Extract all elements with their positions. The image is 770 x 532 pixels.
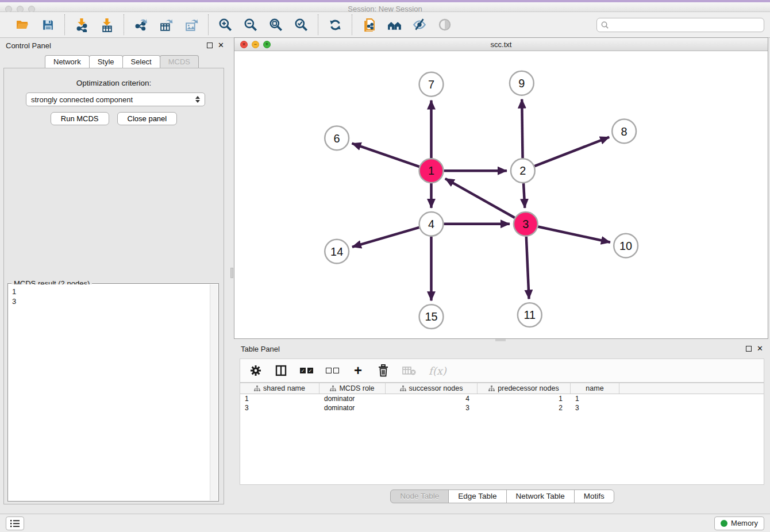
table-panel-title: Table Panel (241, 345, 280, 353)
graph-edge-3-1[interactable] (445, 179, 515, 218)
graph-node-4[interactable]: 4 (419, 212, 444, 236)
select-all-columns-icon[interactable]: ✓✓ (300, 363, 313, 378)
graph-node-2[interactable]: 2 (511, 159, 535, 183)
graph-edge-1-6[interactable] (352, 144, 419, 167)
show-column-panel-icon[interactable] (275, 363, 287, 378)
graph-node-3[interactable]: 3 (514, 212, 538, 236)
graph-edge-4-14[interactable] (352, 228, 419, 247)
open-session-icon[interactable] (13, 15, 32, 34)
mcds-result-text[interactable]: 1 3 (9, 284, 210, 500)
import-network-icon[interactable] (72, 15, 91, 34)
graph-node-1[interactable]: 1 (419, 159, 444, 183)
hide-selected-icon[interactable] (410, 15, 429, 34)
close-panel-icon[interactable]: ✕ (218, 43, 224, 48)
graph-node-14[interactable]: 14 (325, 240, 349, 264)
delete-columns-icon[interactable] (377, 363, 390, 378)
export-network-icon[interactable] (131, 15, 151, 34)
tab-mcds[interactable]: MCDS (160, 55, 199, 68)
import-table-icon[interactable] (97, 15, 117, 34)
svg-text:8: 8 (621, 125, 627, 138)
table-panel-tabs: Node Table Edge Table Network Table Moti… (234, 489, 770, 503)
close-table-panel-icon[interactable]: ✕ (757, 346, 763, 352)
list-icon (10, 519, 20, 528)
column-header-mcds-role[interactable]: MCDS role (319, 383, 386, 394)
zoom-out-icon[interactable] (241, 15, 260, 34)
svg-text:6: 6 (334, 132, 340, 145)
status-list-button[interactable] (6, 516, 24, 530)
network-window-title: scc.txt (234, 40, 768, 49)
svg-text:9: 9 (518, 77, 525, 90)
network-graph: 7968124314101511 (234, 51, 768, 338)
create-column-icon[interactable]: + (352, 363, 364, 378)
dropdown-selected-value: strongly connected component (31, 95, 133, 104)
float-table-panel-icon[interactable] (746, 346, 752, 352)
export-table-icon[interactable] (156, 15, 176, 34)
attribute-tree-icon (330, 385, 336, 392)
optimization-criterion-label: Optimization criterion: (4, 79, 224, 87)
close-panel-button[interactable]: Close panel (117, 112, 178, 125)
mcds-panel-body: Optimization criterion: strongly connect… (3, 68, 224, 504)
memory-button[interactable]: Memory (714, 516, 764, 530)
graph-node-8[interactable]: 8 (612, 119, 636, 144)
zoom-fit-icon[interactable] (266, 15, 286, 34)
float-panel-icon[interactable] (207, 43, 213, 48)
function-builder-icon-disabled: f(x) (429, 363, 446, 378)
graph-edge-3-11[interactable] (526, 237, 529, 299)
graph-edge-2-9[interactable] (522, 99, 522, 159)
svg-text:10: 10 (619, 240, 632, 252)
search-input[interactable] (609, 19, 760, 30)
svg-text:15: 15 (425, 310, 437, 323)
tab-style[interactable]: Style (89, 55, 123, 68)
table-row[interactable]: 3 dominator 3 2 3 (240, 403, 764, 413)
vertical-splitter[interactable] (230, 38, 234, 514)
svg-text:4: 4 (428, 218, 434, 230)
save-session-icon[interactable] (38, 15, 57, 34)
result-scrollbar[interactable] (210, 284, 218, 500)
tab-select[interactable]: Select (122, 55, 160, 68)
table-row[interactable]: 1 dominator 4 1 1 (240, 394, 764, 403)
network-window-titlebar[interactable]: × − + scc.txt (234, 38, 768, 51)
new-network-from-selection-icon[interactable] (359, 15, 379, 34)
dropdown-stepper-icon (195, 96, 200, 103)
run-mcds-button[interactable]: Run MCDS (51, 112, 109, 125)
app-titlebar: Session: New Session (0, 0, 770, 12)
unselect-all-columns-icon[interactable] (326, 363, 339, 378)
show-all-icon[interactable] (435, 15, 455, 34)
graph-edge-2-8[interactable] (534, 137, 609, 167)
svg-text:11: 11 (523, 309, 536, 321)
tab-edge-table[interactable]: Edge Table (448, 489, 506, 503)
status-bar: Memory (0, 514, 770, 532)
search-field[interactable] (596, 18, 764, 32)
column-header-name[interactable]: name (571, 383, 619, 394)
graph-node-7[interactable]: 7 (419, 72, 444, 97)
network-canvas[interactable]: 7968124314101511 (234, 51, 768, 338)
tab-network-table[interactable]: Network Table (506, 489, 575, 503)
first-neighbors-icon[interactable] (384, 15, 404, 34)
optimization-criterion-dropdown[interactable]: strongly connected component (26, 92, 205, 106)
refresh-view-icon[interactable] (325, 15, 345, 34)
graph-node-9[interactable]: 9 (510, 71, 534, 95)
tab-node-table[interactable]: Node Table (390, 489, 449, 503)
graph-node-11[interactable]: 11 (518, 303, 542, 327)
tab-motifs[interactable]: Motifs (574, 489, 614, 503)
svg-text:3: 3 (522, 218, 529, 230)
table-options-gear-icon[interactable] (249, 363, 262, 378)
zoom-selected-icon[interactable] (291, 15, 311, 34)
svg-text:7: 7 (428, 78, 434, 91)
column-header-predecessor-nodes[interactable]: predecessor nodes (478, 383, 571, 394)
delete-table-icon-disabled (402, 363, 416, 378)
export-image-icon[interactable] (182, 15, 201, 34)
table-panel: Table Panel ✕ ✓✓ + f(x) sh (234, 341, 770, 511)
graph-node-10[interactable]: 10 (614, 234, 638, 258)
memory-status-icon (721, 520, 727, 527)
zoom-in-icon[interactable] (215, 15, 235, 34)
svg-text:14: 14 (330, 245, 343, 258)
column-header-shared-name[interactable]: shared name (240, 383, 319, 394)
vertical-splitter-handle[interactable] (230, 268, 233, 278)
graph-edge-3-10[interactable] (538, 226, 610, 242)
column-header-successor-nodes[interactable]: successor nodes (386, 383, 478, 394)
graph-node-15[interactable]: 15 (419, 304, 444, 329)
tab-network[interactable]: Network (45, 55, 90, 68)
graph-edge-2-3[interactable] (523, 183, 525, 208)
graph-node-6[interactable]: 6 (325, 126, 349, 150)
